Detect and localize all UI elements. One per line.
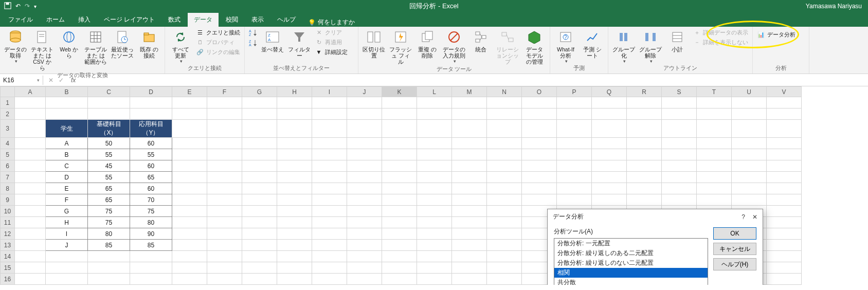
existing-conn-button[interactable]: 既存 の接続 [137, 28, 161, 59]
cell[interactable] [15, 274, 46, 285]
tab-表示[interactable]: 表示 [245, 13, 270, 27]
cell[interactable] [662, 172, 697, 183]
cell[interactable] [627, 172, 662, 183]
analysis-tool-item[interactable]: 分散分析: 繰り返しのない二元配置 [554, 258, 708, 268]
cell[interactable] [592, 149, 627, 160]
cell[interactable] [172, 240, 207, 251]
cell[interactable] [242, 183, 277, 194]
cell[interactable] [347, 217, 382, 228]
cell[interactable] [130, 108, 172, 120]
cell[interactable] [452, 138, 487, 149]
cell[interactable] [242, 160, 277, 172]
column-header[interactable]: O [522, 87, 557, 97]
cell[interactable] [382, 120, 417, 138]
cell[interactable] [452, 274, 487, 285]
cell[interactable] [417, 97, 452, 108]
cell[interactable] [312, 183, 347, 194]
cell[interactable] [172, 149, 207, 160]
cell[interactable] [662, 194, 697, 206]
cell[interactable] [277, 172, 312, 183]
cell[interactable] [557, 120, 592, 138]
cell[interactable] [312, 228, 347, 240]
cell[interactable] [207, 160, 242, 172]
cell[interactable] [452, 97, 487, 108]
cell[interactable]: C [46, 160, 88, 172]
column-header[interactable]: V [767, 87, 802, 97]
cell[interactable] [592, 108, 627, 120]
cell[interactable] [697, 194, 732, 206]
cell[interactable] [347, 172, 382, 183]
row-header[interactable]: 12 [1, 228, 15, 240]
cell[interactable]: E [46, 183, 88, 194]
tab-挿入[interactable]: 挿入 [72, 13, 97, 27]
recent-sources-button[interactable]: 最近使っ たソース [110, 28, 135, 59]
filter-button[interactable]: フィルター [287, 28, 312, 59]
cell[interactable] [767, 138, 802, 149]
cell[interactable] [592, 172, 627, 183]
tab-ファイル[interactable]: ファイル [2, 13, 39, 27]
cell[interactable] [347, 240, 382, 251]
column-header[interactable]: T [697, 87, 732, 97]
whatif-button[interactable]: ?What-If 分析 [553, 28, 578, 64]
cell[interactable] [242, 217, 277, 228]
cell[interactable] [487, 217, 522, 228]
cell[interactable] [557, 183, 592, 194]
cell[interactable] [242, 120, 277, 138]
cell[interactable] [417, 274, 452, 285]
cell[interactable] [487, 138, 522, 149]
cell[interactable] [417, 217, 452, 228]
text-to-columns-button[interactable]: 区切り位置 [361, 28, 386, 59]
cell[interactable] [592, 97, 627, 108]
show-detail-button[interactable]: ＋詳細データの表示 [692, 28, 749, 37]
cell[interactable] [767, 97, 802, 108]
cell[interactable] [312, 206, 347, 217]
column-header[interactable]: P [557, 87, 592, 97]
cell[interactable] [557, 138, 592, 149]
cell[interactable] [382, 240, 417, 251]
column-header[interactable]: K [382, 87, 417, 97]
cell[interactable] [15, 108, 46, 120]
cell[interactable] [46, 274, 88, 285]
cell[interactable] [767, 274, 802, 285]
sort-asc-button[interactable]: AZ [248, 28, 258, 37]
cell[interactable] [277, 274, 312, 285]
cell[interactable] [242, 108, 277, 120]
cell[interactable] [172, 217, 207, 228]
cell[interactable] [662, 138, 697, 149]
row-header[interactable]: 16 [1, 274, 15, 285]
cell[interactable]: 応用科目（Y） [130, 120, 172, 138]
data-model-button[interactable]: データ モデル の管理 [522, 28, 547, 65]
cell[interactable] [452, 262, 487, 274]
cell[interactable] [312, 97, 347, 108]
cell[interactable] [172, 120, 207, 138]
group-button[interactable]: グループ 化 [611, 28, 636, 64]
cell[interactable] [627, 138, 662, 149]
cell[interactable] [452, 183, 487, 194]
cell[interactable] [732, 194, 767, 206]
cell[interactable] [312, 217, 347, 228]
cell[interactable] [347, 228, 382, 240]
cell[interactable] [452, 120, 487, 138]
cell[interactable] [15, 194, 46, 206]
tab-ヘルプ[interactable]: ヘルプ [271, 13, 302, 27]
column-header[interactable]: E [172, 87, 207, 97]
cell[interactable] [15, 206, 46, 217]
cell[interactable] [207, 251, 242, 262]
cell[interactable] [207, 138, 242, 149]
cell[interactable] [522, 160, 557, 172]
cell[interactable] [130, 262, 172, 274]
cell[interactable]: 60 [130, 160, 172, 172]
row-header[interactable]: 15 [1, 262, 15, 274]
cell[interactable] [347, 262, 382, 274]
cell[interactable] [767, 120, 802, 138]
tab-ホーム[interactable]: ホーム [40, 13, 71, 27]
cell[interactable] [767, 262, 802, 274]
cell[interactable] [130, 274, 172, 285]
cell[interactable] [382, 217, 417, 228]
remove-duplicates-button[interactable]: 重複 の削除 [415, 28, 440, 59]
cell[interactable] [207, 149, 242, 160]
column-header[interactable]: S [662, 87, 697, 97]
cell[interactable]: 65 [88, 194, 130, 206]
cell[interactable] [452, 206, 487, 217]
cell[interactable] [242, 138, 277, 149]
